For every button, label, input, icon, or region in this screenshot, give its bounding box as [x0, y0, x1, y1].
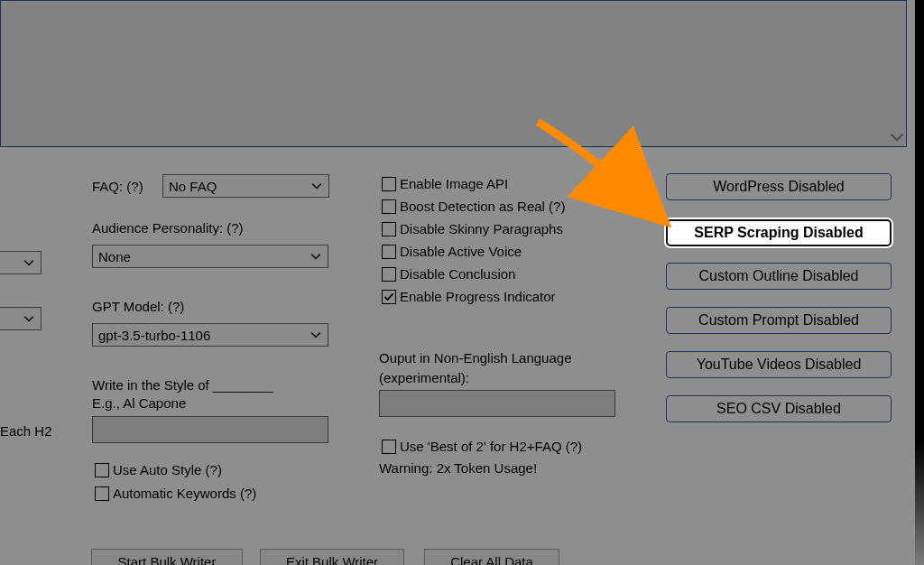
chevron-down-icon: [309, 178, 325, 194]
automatic-keywords-checkbox[interactable]: Automatic Keywords (?): [95, 486, 256, 501]
chevron-down-icon: [308, 327, 324, 343]
custom-prompt-button-label: Custom Prompt Disabled: [698, 312, 859, 329]
audience-personality-value: None: [98, 249, 131, 264]
checkbox-icon: [382, 267, 396, 282]
use-auto-style-label: Use Auto Style (?): [113, 462, 222, 477]
disable-active-voice-label: Disable Active Voice: [400, 244, 522, 259]
wordpress-button[interactable]: WordPress Disabled: [666, 173, 892, 200]
checkbox-icon: [95, 486, 109, 501]
boost-detection-checkbox[interactable]: Boost Detection as Real (?): [382, 199, 565, 214]
automatic-keywords-label: Automatic Keywords (?): [113, 486, 256, 501]
seo-csv-button-label: SEO CSV Disabled: [716, 401, 841, 417]
enable-progress-label: Enable Progress Indicator: [400, 289, 556, 304]
window-edge-strip: [915, 0, 924, 565]
faq-select[interactable]: No FAQ: [162, 174, 329, 198]
enable-progress-checkbox[interactable]: Enable Progress Indicator: [382, 289, 556, 304]
custom-outline-button[interactable]: Custom Outline Disabled: [666, 263, 892, 290]
keywords-textarea[interactable]: [0, 0, 907, 147]
non-english-label-line1: Ouput in Non-English Language: [379, 350, 572, 366]
best-of-2-checkbox[interactable]: Use 'Best of 2' for H2+FAQ (?): [382, 439, 582, 454]
chevron-down-icon: [21, 310, 37, 327]
style-of-input[interactable]: [92, 416, 328, 443]
checkbox-icon: [382, 222, 396, 236]
exit-bulk-writer-label: Exit Bulk Writer: [286, 554, 378, 566]
gpt-model-value: gpt-3.5-turbo-1106: [98, 328, 210, 343]
serp-scraping-button-label: SERP Scraping Disabled: [694, 225, 863, 241]
seo-csv-button[interactable]: SEO CSV Disabled: [666, 395, 892, 422]
style-of-label-line2: E.g., Al Capone: [92, 395, 186, 411]
gpt-model-label: GPT Model: (?): [92, 299, 184, 314]
left-select-2[interactable]: [0, 307, 42, 330]
checkbox-icon: [382, 440, 396, 454]
best-of-2-label: Use 'Best of 2' for H2+FAQ (?): [400, 439, 582, 454]
each-h2-label: Each H2: [0, 423, 52, 439]
chevron-down-icon: [308, 248, 324, 264]
chevron-down-icon: [21, 255, 37, 271]
audience-personality-label: Audience Personality: (?): [92, 220, 244, 236]
wordpress-button-label: WordPress Disabled: [713, 179, 845, 195]
audience-personality-select[interactable]: None: [92, 245, 328, 268]
left-select-1[interactable]: [0, 251, 42, 274]
start-bulk-writer-button[interactable]: Start Bulk Writer: [91, 549, 243, 565]
custom-outline-button-label: Custom Outline Disabled: [699, 268, 859, 284]
best-of-2-warning: Warning: 2x Token Usage!: [379, 460, 537, 476]
gpt-model-select[interactable]: gpt-3.5-turbo-1106: [92, 323, 328, 347]
serp-scraping-button[interactable]: SERP Scraping Disabled: [666, 219, 892, 246]
checkbox-icon: [382, 199, 396, 214]
youtube-button-label: YouTube Videos Disabled: [697, 357, 862, 373]
non-english-label-line2: (experimental):: [379, 370, 469, 385]
checkbox-icon: [382, 290, 396, 304]
boost-detection-label: Boost Detection as Real (?): [400, 199, 565, 214]
faq-select-value: No FAQ: [169, 179, 217, 194]
checkbox-icon: [95, 463, 109, 477]
clear-all-data-label: Clear All Data: [450, 554, 533, 566]
enable-image-api-checkbox[interactable]: Enable Image API: [382, 176, 508, 191]
start-bulk-writer-label: Start Bulk Writer: [118, 554, 217, 566]
exit-bulk-writer-button[interactable]: Exit Bulk Writer: [260, 549, 404, 565]
disable-active-voice-checkbox[interactable]: Disable Active Voice: [382, 244, 522, 259]
non-english-input[interactable]: [379, 390, 615, 417]
use-auto-style-checkbox[interactable]: Use Auto Style (?): [95, 462, 222, 477]
custom-prompt-button[interactable]: Custom Prompt Disabled: [666, 307, 892, 334]
disable-conclusion-checkbox[interactable]: Disable Conclusion: [382, 266, 515, 282]
style-of-label-line1: Write in the Style of ________: [92, 377, 273, 393]
disable-skinny-paragraphs-checkbox[interactable]: Disable Skinny Paragraphs: [382, 221, 563, 236]
clear-all-data-button[interactable]: Clear All Data: [424, 549, 559, 565]
disable-conclusion-label: Disable Conclusion: [400, 266, 515, 282]
checkbox-icon: [382, 177, 396, 191]
youtube-button[interactable]: YouTube Videos Disabled: [666, 351, 892, 378]
enable-image-api-label: Enable Image API: [400, 176, 508, 191]
checkbox-icon: [382, 245, 396, 259]
disable-skinny-paragraphs-label: Disable Skinny Paragraphs: [400, 221, 563, 236]
faq-label: FAQ: (?): [92, 179, 143, 194]
chevron-down-icon: [890, 130, 904, 144]
